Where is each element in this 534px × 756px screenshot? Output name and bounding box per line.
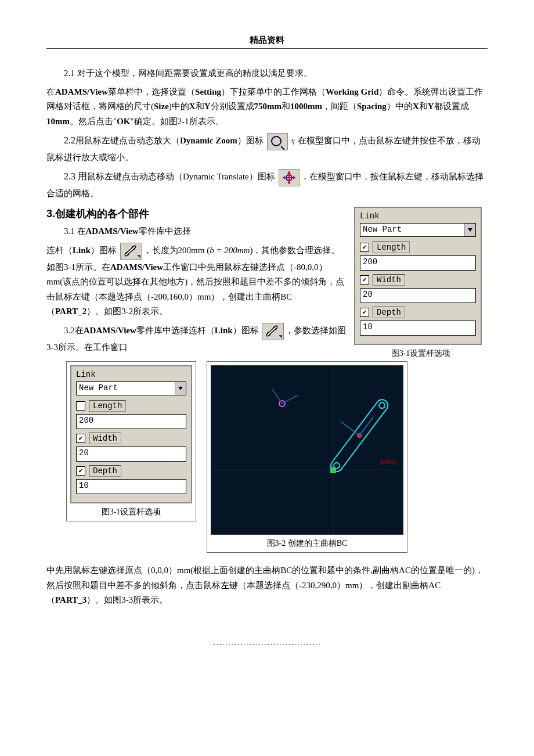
- label-part3: PART_3: [55, 595, 86, 604]
- label-adams-4: ADAMS/View: [84, 326, 136, 335]
- depth-input-2[interactable]: 10: [76, 479, 186, 494]
- label-link-2: Link: [215, 326, 233, 335]
- svg-line-16: [272, 389, 282, 404]
- length-input-2[interactable]: 200: [76, 414, 186, 429]
- document-page: 精品资料 2.1 对于这个模型，网格间距需要设置成更高的精度以满足要求。 在AD…: [0, 0, 534, 670]
- text: 2.1 对于这个模型，网格间距需要设置成更高的精度以满足要求。: [64, 69, 312, 78]
- combo-dropdown-button-2[interactable]: [175, 382, 186, 395]
- figure-3-1-caption-left: 图3-1设置杆选项: [70, 507, 192, 517]
- text: ）图标: [237, 136, 264, 145]
- svg-point-9: [378, 401, 386, 409]
- text: 在: [46, 87, 55, 96]
- text: 2.3 用: [64, 171, 87, 181]
- footer-dots: ....................................: [46, 637, 488, 647]
- figure-3-1-right: Link New Part ✔ Length 200 ✔ Width 20 ✔: [354, 207, 488, 359]
- svg-rect-13: [330, 467, 336, 473]
- paragraph-end: 中先用鼠标左键选择原点（0,0,0）mm(根据上面创建的主曲柄BC的位置和题中的…: [46, 563, 488, 608]
- figure-3-2-wrap: gravity 图3-2 创建的主曲柄BC: [207, 361, 407, 553]
- label-adams: ADAMS/View: [55, 87, 108, 96]
- svg-line-12: [341, 422, 359, 435]
- label-spacing: Spacing: [357, 102, 387, 111]
- label-x2: X: [413, 102, 419, 111]
- link-tool-icon[interactable]: [120, 243, 142, 260]
- svg-line-11: [359, 417, 373, 435]
- text: 分别设置成: [211, 102, 254, 111]
- label-dynamic-zoom: Dynamic Zoom: [180, 136, 237, 145]
- text: ）中的: [387, 102, 413, 111]
- width-checkbox-2[interactable]: ✔: [76, 434, 85, 443]
- figure-3-1-left-wrap: Link New Part Length 200 ✔ Width 20 ✔ D: [66, 361, 196, 521]
- label-dynamic-translate: Dynamic Translate: [183, 172, 249, 181]
- link-tool-icon-2[interactable]: [262, 323, 284, 340]
- figure-row: Link New Part Length 200 ✔ Width 20 ✔ D: [64, 359, 488, 555]
- depth-row: ✔ Depth: [360, 307, 476, 318]
- panel-title: Link: [360, 211, 476, 221]
- width-input-2[interactable]: 20: [76, 447, 186, 462]
- dynamic-translate-icon[interactable]: [279, 169, 300, 186]
- gravity-label: gravity: [380, 459, 397, 465]
- link-options-panel-2: Link New Part Length 200 ✔ Width 20 ✔ D: [70, 365, 192, 503]
- text: ）图标: [91, 246, 117, 255]
- text: ，长度为200mm (: [143, 246, 210, 255]
- label-750: 750mm: [254, 102, 282, 111]
- cad-model-view[interactable]: gravity: [211, 365, 403, 535]
- paragraph-2-3: 2.3 用鼠标左键点击动态移动（Dynamic Translate）图标 ，在模…: [46, 168, 488, 201]
- label-setting: Setting: [195, 87, 221, 96]
- text: ）图标: [233, 326, 259, 335]
- part-type-combo[interactable]: New Part: [360, 223, 476, 237]
- depth-label: Depth: [373, 307, 405, 318]
- label-y2: Y: [428, 102, 434, 111]
- text: 3.1 在: [64, 226, 86, 236]
- depth-checkbox[interactable]: ✔: [360, 308, 369, 317]
- depth-label-2: Depth: [89, 465, 121, 477]
- svg-line-15: [282, 395, 298, 404]
- formula-b-200: b = 200mm: [210, 246, 250, 255]
- length-row-2: Length: [76, 400, 186, 412]
- text: 和: [196, 102, 204, 111]
- depth-checkbox-2[interactable]: ✔: [76, 466, 85, 476]
- text: 零件库中选择: [139, 226, 191, 236]
- link-options-panel-1: Link New Part ✔ Length 200 ✔ Width 20 ✔: [354, 207, 482, 345]
- width-checkbox[interactable]: ✔: [360, 275, 369, 285]
- label-adams-2: ADAMS/View: [86, 226, 139, 236]
- part-type-combo-2[interactable]: New Part: [76, 381, 186, 395]
- text: 都设置成: [434, 102, 469, 111]
- label-x: X: [189, 102, 196, 111]
- width-label-2: Width: [89, 433, 121, 444]
- text: 。然后点击": [70, 117, 117, 126]
- length-row: ✔ Length: [360, 242, 476, 253]
- depth-input[interactable]: 10: [360, 321, 476, 336]
- combo-dropdown-button[interactable]: [464, 224, 475, 236]
- text: 鼠标左键点击动态移动（: [87, 172, 183, 181]
- label-ok: OK: [117, 117, 130, 126]
- text: 连杆（: [46, 246, 73, 255]
- figure-3-2-caption: 图3-2 创建的主曲柄BC: [211, 538, 403, 549]
- length-checkbox-2[interactable]: [76, 401, 85, 411]
- text: )中的: [169, 102, 189, 111]
- text: "确定。如图2-1所表示。: [130, 117, 223, 126]
- text: 和: [419, 102, 428, 111]
- figure-3-1-caption-right: 图3-1设置杆选项: [354, 348, 488, 359]
- paragraph-2-1: 2.1 对于这个模型，网格间距需要设置成更高的精度以满足要求。: [46, 66, 488, 81]
- label-adams-3: ADAMS/View: [110, 262, 163, 272]
- text: ）图标: [249, 172, 275, 181]
- label-working-grid: Working Grid: [326, 87, 378, 96]
- dynamic-zoom-icon[interactable]: +: [267, 133, 288, 150]
- length-input[interactable]: 200: [360, 255, 476, 271]
- combo-value-2: New Part: [77, 382, 175, 395]
- text: 零件库中选择连杆（: [136, 326, 215, 335]
- label-part2: PART_2: [55, 307, 86, 316]
- text: ）。如图3-3所表示。: [86, 595, 168, 604]
- label-size: Size: [154, 102, 169, 111]
- label-link: Link: [73, 246, 91, 255]
- label-1000: 1000mm: [290, 102, 322, 111]
- text: ，间距（: [322, 102, 357, 111]
- text: 菜单栏中，选择设置（: [108, 87, 195, 96]
- length-checkbox[interactable]: ✔: [360, 243, 369, 252]
- text: 用鼠标左键点击动态放大（: [75, 136, 180, 145]
- panel-title-2: Link: [76, 370, 186, 379]
- width-input[interactable]: 20: [360, 288, 476, 303]
- text: ）下拉菜单中的工作网格（: [221, 87, 326, 96]
- combo-value: New Part: [360, 224, 464, 236]
- text: 3.2在: [64, 326, 84, 335]
